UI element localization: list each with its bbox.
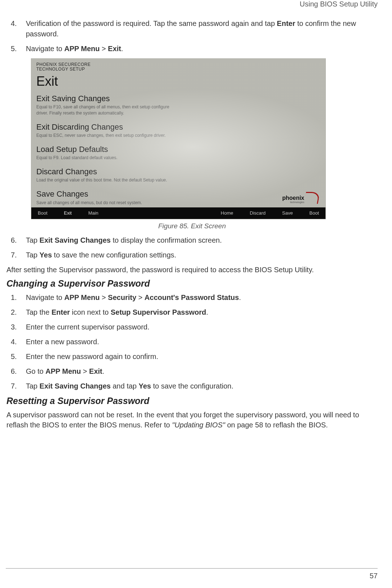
list-item-text: Go to APP Menu > Exit. [26, 366, 378, 377]
list-item-text: Tap Exit Saving Changes to display the c… [26, 235, 378, 246]
bios-action-boot[interactable]: Boot [309, 210, 319, 216]
bold-term: Enter [51, 308, 70, 316]
bold-term: APP Menu [64, 45, 100, 53]
bios-bottom-bar: BootExitMain HomeDiscardSaveBoot [31, 207, 325, 219]
bios-option-desc: Equal to F10, save all changes of all me… [36, 104, 173, 116]
bold-term: Exit [89, 367, 102, 375]
list-item-number: 7. [6, 381, 26, 391]
page-number: 57 [370, 572, 378, 580]
bios-action-home[interactable]: Home [221, 210, 233, 216]
list-item-number: 6. [6, 235, 26, 246]
list-item-number: 5. [6, 351, 26, 362]
list-item-text: Enter the new password again to confirm. [26, 351, 378, 362]
intro-step-list: 4.Verification of the password is requir… [6, 18, 378, 54]
list-item: 4.Verification of the password is requir… [6, 18, 378, 39]
bios-option-title: Load Setup Defaults [36, 145, 320, 154]
bios-option-desc: Equal to F9. Load standard default value… [36, 155, 173, 161]
list-item-text: Enter a new password. [26, 337, 378, 347]
bios-exit-screenshot: PHOENIX SECURECORE TECHNOLOGY SETUP Exit… [31, 58, 326, 219]
list-item-number: 3. [6, 322, 26, 332]
bios-option-title: Save Changes [36, 189, 320, 199]
list-item-number: 7. [6, 250, 26, 260]
bold-term: Security [108, 293, 136, 301]
list-item: 6.Tap Exit Saving Changes to display the… [6, 235, 378, 246]
bios-action-discard[interactable]: Discard [250, 210, 266, 216]
list-item: 5.Navigate to APP Menu > Exit. [6, 44, 378, 54]
bios-option-desc: Load the original value of this boot tim… [36, 177, 173, 183]
bios-option[interactable]: Exit Saving ChangesEqual to F10, save al… [36, 94, 320, 116]
bios-option-desc: Equal to ESC, never save changes, then e… [36, 133, 173, 138]
figure-85: PHOENIX SECURECORE TECHNOLOGY SETUP Exit… [31, 58, 378, 219]
bios-action-save[interactable]: Save [282, 210, 293, 216]
phoenix-logo-subtext: technologies [282, 201, 304, 203]
page-content: 4.Verification of the password is requir… [6, 18, 378, 430]
list-item-number: 4. [6, 18, 26, 39]
list-item: 5.Enter the new password again to confir… [6, 351, 378, 362]
bold-term: Setup Supervisor Password [111, 308, 206, 316]
bold-term: Yes [40, 251, 52, 259]
italic-reference: "Updating BIOS" [172, 421, 225, 429]
bios-option[interactable]: Exit Discarding ChangesEqual to ESC, nev… [36, 122, 320, 138]
footer-rule [6, 568, 378, 569]
bold-term: Yes [139, 382, 151, 390]
bios-option-title: Exit Discarding Changes [36, 122, 320, 132]
after-setting-paragraph: After setting the Supervisor password, t… [6, 265, 378, 275]
list-item-text: Verification of the password is required… [26, 18, 378, 39]
section-changing-password: Changing a Supervisor Password [6, 278, 378, 289]
list-item: 2.Tap the Enter icon next to Setup Super… [6, 307, 378, 318]
list-item-number: 4. [6, 337, 26, 347]
list-item-text: Enter the current supervisor password. [26, 322, 378, 332]
list-item-text: Navigate to APP Menu > Exit. [26, 44, 378, 54]
bold-term: Enter [277, 19, 295, 27]
bios-tab-exit[interactable]: Exit [64, 210, 72, 216]
bold-term: APP Menu [45, 367, 81, 375]
bold-term: APP Menu [64, 293, 100, 301]
list-item-number: 2. [6, 307, 26, 318]
bios-brand-line2: TECHNOLOGY SETUP [36, 67, 320, 72]
bios-tab-boot[interactable]: Boot [38, 210, 47, 216]
figure-caption: Figure 85. Exit Screen [6, 222, 378, 230]
list-item-number: 1. [6, 292, 26, 303]
list-item: 6.Go to APP Menu > Exit. [6, 366, 378, 377]
phoenix-logo: phoenix technologies [282, 192, 319, 204]
bios-option[interactable]: Load Setup DefaultsEqual to F9. Load sta… [36, 145, 320, 161]
bios-option-title: Discard Changes [36, 167, 320, 176]
list-item-text: Tap Exit Saving Changes and tap Yes to s… [26, 381, 378, 391]
list-item-number: 6. [6, 366, 26, 377]
list-item: 1.Navigate to APP Menu > Security > Acco… [6, 292, 378, 303]
list-item: 3.Enter the current supervisor password. [6, 322, 378, 332]
list-item-text: Navigate to APP Menu > Security > Accoun… [26, 292, 378, 303]
list-item: 4.Enter a new password. [6, 337, 378, 347]
bios-option[interactable]: Discard ChangesLoad the original value o… [36, 167, 320, 183]
bios-option[interactable]: Save ChangesSave all changes of all menu… [36, 189, 320, 206]
page-header: Using BIOS Setup Utility [6, 0, 378, 8]
section-resetting-password: Resetting a Supervisor Password [6, 396, 378, 406]
bios-option-desc: Save all changes of all menus, but do no… [36, 199, 173, 206]
bold-term: Account's Password Status [145, 293, 239, 301]
list-item: 7.Tap Exit Saving Changes and tap Yes to… [6, 381, 378, 391]
bios-screen-title: Exit [36, 74, 320, 89]
bold-term: Exit Saving Changes [40, 236, 111, 244]
phoenix-logo-text: phoenix [282, 195, 304, 201]
bios-option-title: Exit Saving Changes [36, 94, 320, 103]
bios-tab-main[interactable]: Main [88, 210, 98, 216]
bold-term: Exit Saving Changes [40, 382, 111, 390]
list-item: 7.Tap Yes to save the new configuration … [6, 250, 378, 260]
post-figure-step-list: 6.Tap Exit Saving Changes to display the… [6, 235, 378, 260]
phoenix-swoosh-icon [304, 192, 320, 204]
list-item-text: Tap Yes to save the new configuration se… [26, 250, 378, 260]
list-item-number: 5. [6, 44, 26, 54]
reset-paragraph: A supervisor password can not be reset. … [6, 410, 378, 430]
bold-term: Exit [108, 45, 121, 53]
list-item-text: Tap the Enter icon next to Setup Supervi… [26, 307, 378, 318]
change-step-list: 1.Navigate to APP Menu > Security > Acco… [6, 292, 378, 391]
